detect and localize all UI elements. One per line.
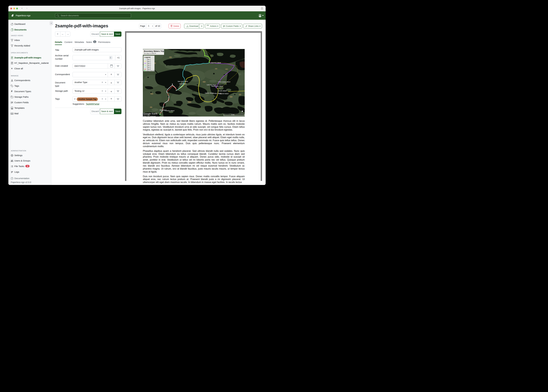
svg-text:Day 2: Day 2: [147, 61, 151, 62]
svg-text:Day 3: Day 3: [147, 63, 151, 64]
svg-text:Legend: Legend: [144, 56, 151, 58]
svg-text:Day 5: Day 5: [147, 66, 151, 68]
svg-text:3 mi: 3 mi: [231, 114, 234, 115]
svg-text:Image © 2017 DigitalGlobe: Image © 2017 DigitalGlobe: [143, 116, 156, 117]
svg-text:Indian Grave Island: Indian Grave Island: [218, 81, 230, 83]
svg-text:Gary Island: Gary Island: [179, 83, 187, 84]
svg-text:Text: Text: [192, 90, 196, 92]
svg-text:Lincoln Island: Lincoln Island: [218, 90, 226, 91]
svg-text:Charlies Island: Charlies Island: [165, 110, 174, 112]
svg-text:Day 4: Day 4: [147, 64, 151, 66]
svg-text:Boundary Waters Trip: Boundary Waters Trip: [144, 50, 164, 52]
svg-text:New York Island: New York Island: [178, 81, 188, 82]
svg-text:Day 1: Day 1: [147, 59, 151, 60]
svg-text:Squirrel Island: Squirrel Island: [219, 93, 229, 94]
svg-text:Entry Point 24: Entry Point 24: [146, 70, 154, 71]
svg-text:Washington Island: Washington Island: [211, 85, 223, 87]
svg-text:Six days in BWCA: Six days in BWCA: [144, 53, 156, 54]
svg-text:Canoe Island: Canoe Island: [205, 92, 213, 94]
svg-text:Hausons Island: Hausons Island: [211, 62, 221, 63]
svg-text:Day 6: Day 6: [147, 68, 151, 70]
